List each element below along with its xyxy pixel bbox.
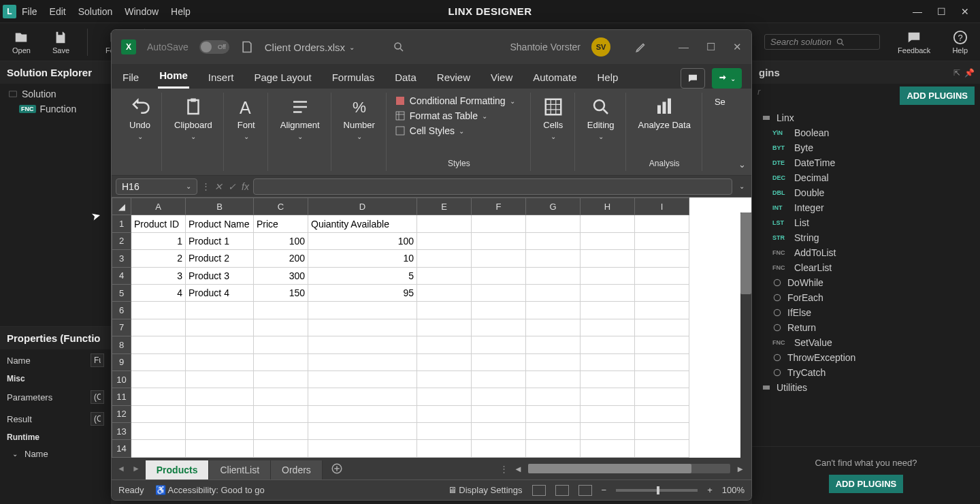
cell-H14[interactable] (581, 440, 635, 458)
plugin-item-dowhile[interactable]: DoWhile (752, 275, 980, 290)
cell-F14[interactable] (472, 440, 526, 458)
add-plugins-button-bottom[interactable]: ADD PLUGINS (829, 475, 904, 493)
comments-button[interactable] (681, 68, 705, 89)
sheet-tab-products[interactable]: Products (146, 460, 210, 479)
plugin-item-throwexception[interactable]: ThrowException (752, 350, 980, 365)
sensitivity-partial[interactable]: Se (710, 95, 730, 108)
cell-C2[interactable]: 100 (254, 232, 308, 249)
cell-A2[interactable]: 1 (131, 232, 186, 249)
cell-A8[interactable] (131, 336, 186, 353)
status-accessibility[interactable]: ♿ Accessibility: Good to go (155, 485, 265, 495)
menu-edit[interactable]: Edit (50, 6, 66, 17)
search-solution-input[interactable]: Search solution (764, 34, 880, 50)
menu-window[interactable]: Window (125, 6, 159, 17)
tab-data[interactable]: Data (393, 67, 418, 89)
tab-help[interactable]: Help (595, 67, 619, 89)
cell-I4[interactable] (635, 267, 689, 284)
row-header-3[interactable]: 3 (112, 250, 131, 267)
plugin-linx-root[interactable]: Linx (752, 110, 980, 125)
plugin-item-addtolist[interactable]: FNCAddToList (752, 245, 980, 260)
next-sheet-icon[interactable]: ► (132, 464, 140, 473)
cell-E6[interactable] (417, 302, 472, 319)
menu-help[interactable]: Help (171, 6, 191, 17)
cell-C5[interactable]: 150 (254, 284, 308, 301)
cell-I11[interactable] (635, 388, 689, 405)
cancel-formula-icon[interactable]: ✕ (214, 181, 223, 192)
cell-F11[interactable] (472, 388, 526, 405)
plugin-item-ifelse[interactable]: IfElse (752, 305, 980, 320)
cell-H1[interactable] (581, 215, 635, 232)
cell-A7[interactable] (131, 319, 186, 336)
cell-C10[interactable] (254, 371, 308, 388)
cell-H9[interactable] (581, 353, 635, 371)
cell-D4[interactable]: 5 (308, 267, 417, 284)
prop-result-input[interactable] (91, 412, 104, 426)
view-page-break-icon[interactable] (578, 485, 592, 496)
cell-I8[interactable] (635, 336, 689, 353)
cell-A4[interactable]: 3 (131, 267, 186, 284)
plugin-utilities-root[interactable]: Utilities (752, 380, 980, 395)
row-header-12[interactable]: 12 (112, 405, 131, 422)
excel-search-icon[interactable] (393, 41, 405, 53)
plugin-item-string[interactable]: STRString (752, 230, 980, 245)
spreadsheet-grid[interactable]: ◢ABCDEFGHI1Product IDProduct NamePriceQu… (112, 198, 751, 458)
cell-F13[interactable] (472, 423, 526, 440)
cell-F1[interactable] (472, 215, 526, 232)
col-header-E[interactable]: E (417, 198, 472, 215)
cell-B11[interactable] (186, 388, 254, 405)
sheet-tab-orders[interactable]: Orders (271, 460, 323, 479)
cell-H10[interactable] (581, 371, 635, 388)
cell-D5[interactable]: 95 (308, 284, 417, 301)
cell-B10[interactable] (186, 371, 254, 388)
cell-E10[interactable] (417, 371, 472, 388)
cell-D9[interactable] (308, 353, 417, 371)
plugin-item-datetime[interactable]: DTEDateTime (752, 155, 980, 170)
maximize-icon[interactable]: ☐ (937, 6, 946, 17)
cell-C6[interactable] (254, 302, 308, 319)
feedback-button[interactable]: Feedback (894, 30, 934, 54)
prev-sheet-icon[interactable]: ◄ (117, 464, 125, 473)
row-header-6[interactable]: 6 (112, 302, 131, 319)
cell-C4[interactable]: 300 (254, 267, 308, 284)
save-icon[interactable] (240, 40, 254, 54)
cell-G10[interactable] (526, 371, 581, 388)
undo-button[interactable]: Undo⌄ (125, 95, 154, 142)
cell-E8[interactable] (417, 336, 472, 353)
cell-G13[interactable] (526, 423, 581, 440)
cell-D12[interactable] (308, 405, 417, 422)
cell-F9[interactable] (472, 353, 526, 371)
menu-file[interactable]: File (22, 6, 37, 17)
plugin-item-clearlist[interactable]: FNCClearList (752, 260, 980, 275)
cell-H3[interactable] (581, 250, 635, 267)
row-header-8[interactable]: 8 (112, 336, 131, 353)
cell-F7[interactable] (472, 319, 526, 336)
cell-E14[interactable] (417, 440, 472, 458)
cell-C8[interactable] (254, 336, 308, 353)
cell-I5[interactable] (635, 284, 689, 301)
cell-D13[interactable] (308, 423, 417, 440)
tab-review[interactable]: Review (436, 67, 472, 89)
tree-function[interactable]: FNCFunction (0, 101, 111, 116)
col-header-D[interactable]: D (308, 198, 417, 215)
cell-H4[interactable] (581, 267, 635, 284)
cell-D2[interactable]: 100 (308, 232, 417, 249)
row-header-9[interactable]: 9 (112, 353, 131, 371)
cell-A14[interactable] (131, 440, 186, 458)
cell-F5[interactable] (472, 284, 526, 301)
cell-H6[interactable] (581, 302, 635, 319)
cell-I6[interactable] (635, 302, 689, 319)
filename[interactable]: Client Orders.xlsx ⌄ (265, 42, 355, 53)
cell-A10[interactable] (131, 371, 186, 388)
number-button[interactable]: %Number⌄ (340, 95, 379, 142)
analyze-data-button[interactable]: Analyze Data (634, 95, 695, 131)
cell-G6[interactable] (526, 302, 581, 319)
cell-D8[interactable] (308, 336, 417, 353)
cell-styles-button[interactable]: Cell Styles ⌄ (395, 125, 464, 136)
cell-E4[interactable] (417, 267, 472, 284)
cell-I9[interactable] (635, 353, 689, 371)
open-button[interactable]: Open (8, 30, 35, 54)
cell-F12[interactable] (472, 405, 526, 422)
format-as-table-button[interactable]: Format as Table ⌄ (395, 110, 487, 121)
cell-G3[interactable] (526, 250, 581, 267)
zoom-level[interactable]: 100% (722, 485, 745, 495)
